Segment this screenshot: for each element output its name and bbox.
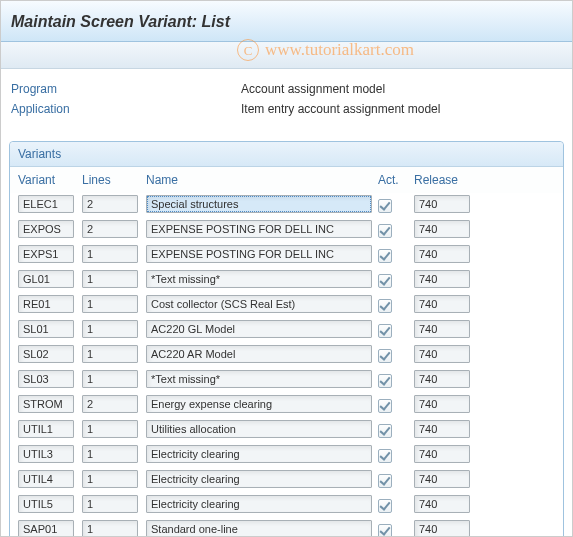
active-checkbox[interactable] <box>378 299 392 313</box>
active-checkbox[interactable] <box>378 474 392 488</box>
active-checkbox[interactable] <box>378 249 392 263</box>
title-bar: Maintain Screen Variant: List <box>1 1 572 42</box>
release-field[interactable]: 740 <box>414 195 470 213</box>
name-field[interactable]: Electricity clearing <box>146 470 372 488</box>
name-field[interactable]: AC220 GL Model <box>146 320 372 338</box>
table-row: RE011Cost collector (SCS Real Est)740 <box>16 293 557 318</box>
col-header-act: Act. <box>376 171 412 189</box>
name-field[interactable]: Special structures <box>146 195 372 213</box>
release-field[interactable]: 740 <box>414 245 470 263</box>
active-checkbox[interactable] <box>378 399 392 413</box>
table-row: UTIL31Electricity clearing740 <box>16 443 557 468</box>
table-row: UTIL11Utilities allocation740 <box>16 418 557 443</box>
name-field[interactable]: Electricity clearing <box>146 495 372 513</box>
variant-field[interactable]: GL01 <box>18 270 74 288</box>
app-window: Maintain Screen Variant: List C www.tuto… <box>0 0 573 537</box>
active-checkbox[interactable] <box>378 499 392 513</box>
variant-field[interactable]: UTIL5 <box>18 495 74 513</box>
name-field[interactable]: EXPENSE POSTING FOR DELL INC <box>146 220 372 238</box>
variant-field[interactable]: SAP01 <box>18 520 74 537</box>
lines-field[interactable]: 1 <box>82 420 138 438</box>
lines-field[interactable]: 1 <box>82 245 138 263</box>
variant-field[interactable]: SL01 <box>18 320 74 338</box>
name-field[interactable]: *Text missing* <box>146 270 372 288</box>
name-field[interactable]: Cost collector (SCS Real Est) <box>146 295 372 313</box>
lines-field[interactable]: 2 <box>82 395 138 413</box>
table-row: UTIL51Electricity clearing740 <box>16 493 557 518</box>
variant-field[interactable]: STROM <box>18 395 74 413</box>
lines-field[interactable]: 1 <box>82 295 138 313</box>
active-checkbox[interactable] <box>378 324 392 338</box>
lines-field[interactable]: 1 <box>82 445 138 463</box>
table-row: UTIL41Electricity clearing740 <box>16 468 557 493</box>
variant-field[interactable]: ELEC1 <box>18 195 74 213</box>
info-section: Program Account assignment model Applica… <box>1 69 572 133</box>
active-checkbox[interactable] <box>378 524 392 537</box>
application-label: Application <box>11 102 241 116</box>
application-value: Item entry account assignment model <box>241 102 440 116</box>
release-field[interactable]: 740 <box>414 370 470 388</box>
active-checkbox[interactable] <box>378 224 392 238</box>
active-checkbox[interactable] <box>378 424 392 438</box>
variant-field[interactable]: SL03 <box>18 370 74 388</box>
active-checkbox[interactable] <box>378 199 392 213</box>
table-row: SL011AC220 GL Model740 <box>16 318 557 343</box>
lines-field[interactable]: 1 <box>82 320 138 338</box>
variant-field[interactable]: SL02 <box>18 345 74 363</box>
name-field[interactable]: *Text missing* <box>146 370 372 388</box>
table-row: EXPS11EXPENSE POSTING FOR DELL INC740 <box>16 243 557 268</box>
active-checkbox[interactable] <box>378 349 392 363</box>
table-header-row: Variant Lines Name Act. Release <box>10 167 563 193</box>
variant-field[interactable]: RE01 <box>18 295 74 313</box>
release-field[interactable]: 740 <box>414 270 470 288</box>
lines-field[interactable]: 2 <box>82 195 138 213</box>
name-field[interactable]: Energy expense clearing <box>146 395 372 413</box>
lines-field[interactable]: 1 <box>82 370 138 388</box>
active-checkbox[interactable] <box>378 374 392 388</box>
lines-field[interactable]: 1 <box>82 345 138 363</box>
lines-field[interactable]: 1 <box>82 520 138 537</box>
name-field[interactable]: EXPENSE POSTING FOR DELL INC <box>146 245 372 263</box>
name-field[interactable]: Electricity clearing <box>146 445 372 463</box>
name-field[interactable]: Standard one-line <box>146 520 372 537</box>
variants-group: Variants Variant Lines Name Act. Release… <box>9 141 564 537</box>
program-value: Account assignment model <box>241 82 385 96</box>
table-row: SL021AC220 AR Model740 <box>16 343 557 368</box>
variant-field[interactable]: EXPS1 <box>18 245 74 263</box>
release-field[interactable]: 740 <box>414 295 470 313</box>
variant-field[interactable]: EXPOS <box>18 220 74 238</box>
active-checkbox[interactable] <box>378 449 392 463</box>
table-row: GL011*Text missing*740 <box>16 268 557 293</box>
active-checkbox[interactable] <box>378 274 392 288</box>
release-field[interactable]: 740 <box>414 470 470 488</box>
release-field[interactable]: 740 <box>414 420 470 438</box>
release-field[interactable]: 740 <box>414 445 470 463</box>
release-field[interactable]: 740 <box>414 345 470 363</box>
table-row: SL031*Text missing*740 <box>16 368 557 393</box>
table-row: STROM2Energy expense clearing740 <box>16 393 557 418</box>
lines-field[interactable]: 1 <box>82 495 138 513</box>
release-field[interactable]: 740 <box>414 520 470 537</box>
variant-field[interactable]: UTIL3 <box>18 445 74 463</box>
name-field[interactable]: AC220 AR Model <box>146 345 372 363</box>
table-body: ELEC12Special structures740EXPOS2EXPENSE… <box>10 193 563 537</box>
release-field[interactable]: 740 <box>414 220 470 238</box>
release-field[interactable]: 740 <box>414 395 470 413</box>
toolbar <box>1 42 572 69</box>
page-title: Maintain Screen Variant: List <box>11 13 562 31</box>
variants-group-title: Variants <box>10 142 563 167</box>
variant-field[interactable]: UTIL1 <box>18 420 74 438</box>
table-row: SAP011Standard one-line740 <box>16 518 557 537</box>
lines-field[interactable]: 1 <box>82 270 138 288</box>
col-header-release: Release <box>412 171 482 189</box>
lines-field[interactable]: 2 <box>82 220 138 238</box>
table-row: EXPOS2EXPENSE POSTING FOR DELL INC740 <box>16 218 557 243</box>
col-header-variant: Variant <box>16 171 80 189</box>
release-field[interactable]: 740 <box>414 495 470 513</box>
variant-field[interactable]: UTIL4 <box>18 470 74 488</box>
col-header-lines: Lines <box>80 171 144 189</box>
lines-field[interactable]: 1 <box>82 470 138 488</box>
release-field[interactable]: 740 <box>414 320 470 338</box>
name-field[interactable]: Utilities allocation <box>146 420 372 438</box>
table-row: ELEC12Special structures740 <box>16 193 557 218</box>
